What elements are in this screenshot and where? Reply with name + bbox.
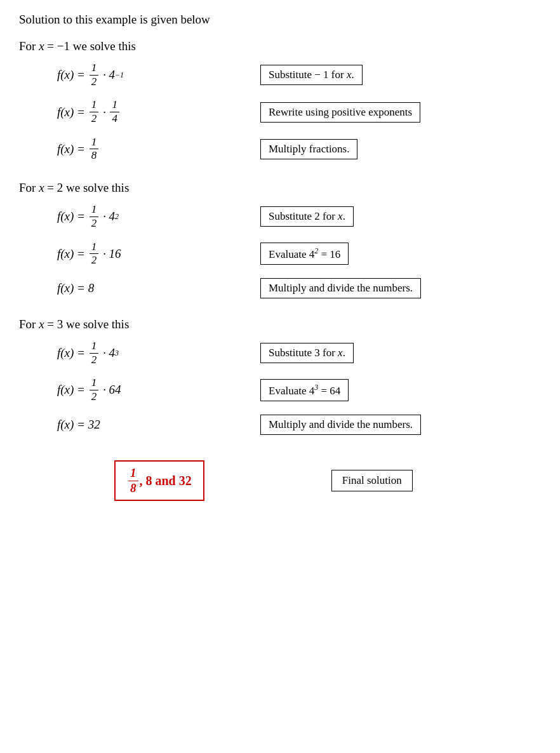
section1-expr1: f(x) = 12 · 4−1 <box>57 62 260 88</box>
final-answer-text: , 8 and 32 <box>140 474 192 488</box>
section1-annotation3: Multiply fractions. <box>260 139 357 159</box>
section2-header: For x = 2 we solve this <box>19 181 541 195</box>
section1-row1: f(x) = 12 · 4−1 Substitute − 1 for x. <box>57 62 541 88</box>
section1-expr3: f(x) = 18 <box>57 137 260 162</box>
final-answer-row: 1 8 , 8 and 32 Final solution <box>19 460 541 502</box>
section3-header: For x = 3 we solve this <box>19 317 541 331</box>
section3-expr3: f(x) = 32 <box>57 418 260 432</box>
section2-row3: f(x) = 8 Multiply and divide the numbers… <box>57 278 541 298</box>
section2-expr1: f(x) = 12 · 42 <box>57 204 260 229</box>
section1-row3: f(x) = 18 Multiply fractions. <box>57 137 541 162</box>
final-answer-box: 1 8 , 8 and 32 <box>114 460 204 502</box>
section2-expr2: f(x) = 12 · 16 <box>57 241 260 267</box>
section3-expr1: f(x) = 12 · 43 <box>57 340 260 366</box>
section-x-neg1: For x = −1 we solve this f(x) = 12 · 4−1… <box>19 39 541 162</box>
section-x-3: For x = 3 we solve this f(x) = 12 · 43 S… <box>19 317 541 435</box>
section3-annotation3: Multiply and divide the numbers. <box>260 415 421 435</box>
section1-row2: f(x) = 12 · 14 Rewrite using positive ex… <box>57 99 541 124</box>
section3-annotation1: Substitute 3 for x. <box>260 343 354 363</box>
final-solution-label: Final solution <box>331 470 413 491</box>
section1-expr2: f(x) = 12 · 14 <box>57 99 260 124</box>
section3-row3: f(x) = 32 Multiply and divide the number… <box>57 415 541 435</box>
section3-annotation2: Evaluate 43 = 64 <box>260 379 349 401</box>
section1-annotation2: Rewrite using positive exponents <box>260 102 420 123</box>
section3-row2: f(x) = 12 · 64 Evaluate 43 = 64 <box>57 377 541 403</box>
section1-header: For x = −1 we solve this <box>19 39 541 53</box>
section3-row1: f(x) = 12 · 43 Substitute 3 for x. <box>57 340 541 366</box>
section2-annotation1: Substitute 2 for x. <box>260 206 354 227</box>
section1-annotation1: Substitute − 1 for x. <box>260 65 363 85</box>
section3-expr2: f(x) = 12 · 64 <box>57 377 260 403</box>
section-x-2: For x = 2 we solve this f(x) = 12 · 42 S… <box>19 181 541 298</box>
section2-annotation2: Evaluate 42 = 16 <box>260 243 349 265</box>
section2-expr3: f(x) = 8 <box>57 281 260 295</box>
section2-row2: f(x) = 12 · 16 Evaluate 42 = 16 <box>57 241 541 267</box>
page-title: Solution to this example is given below <box>19 13 541 27</box>
section2-row1: f(x) = 12 · 42 Substitute 2 for x. <box>57 204 541 229</box>
section2-annotation3: Multiply and divide the numbers. <box>260 278 421 298</box>
